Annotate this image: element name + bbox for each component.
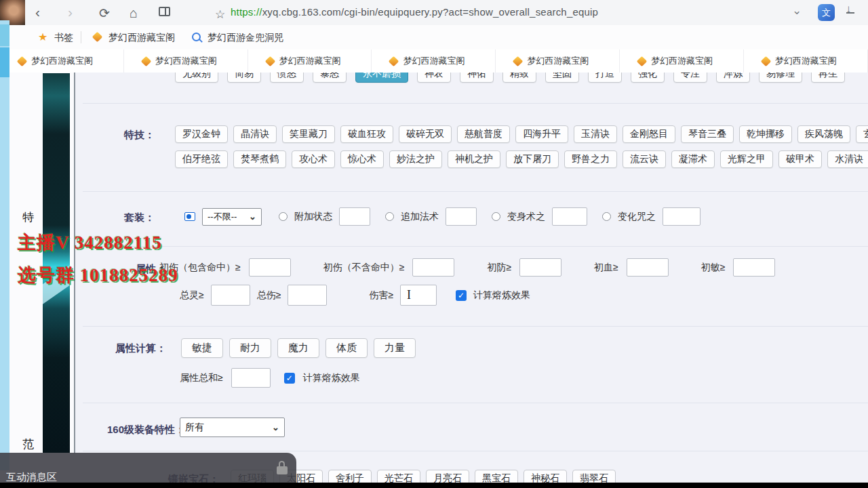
skill-button[interactable]: 焚琴煮鹤	[233, 150, 286, 168]
bookmark-cbg[interactable]: 梦幻西游藏宝阁	[108, 32, 175, 44]
effect-button[interactable]: 坚固	[545, 73, 579, 83]
tab-favicon	[17, 56, 28, 66]
feat160-select[interactable]: 所有⌄	[180, 418, 285, 437]
suit-state-input[interactable]	[339, 207, 370, 226]
url-scheme: https://	[231, 6, 262, 18]
skill-button[interactable]: 流云诀	[623, 150, 666, 168]
effect-button[interactable]: 易修理	[759, 73, 802, 83]
skill-button[interactable]: 放下屠刀	[506, 150, 559, 168]
attr-g2-input[interactable]	[288, 285, 327, 306]
attr-f1-input[interactable]	[249, 258, 291, 277]
calc-sum-input[interactable]	[231, 368, 271, 388]
gem-button[interactable]: 神秘石	[524, 470, 567, 483]
skill-button[interactable]: 野兽之力	[564, 150, 617, 168]
address-bar[interactable]: https://xyq.cbg.163.com/cgi-bin/equipque…	[231, 6, 598, 18]
tab-cbg[interactable]: 梦幻西游藏宝阁	[248, 49, 372, 73]
calc-button[interactable]: 耐力	[229, 338, 271, 358]
download-icon[interactable]: ↓	[846, 3, 852, 16]
effect-button[interactable]: 再生	[811, 73, 845, 83]
skill-button[interactable]: 妙法之护	[389, 150, 442, 168]
skill-button[interactable]: 罗汉金钟	[175, 125, 228, 143]
suit-spell-input[interactable]	[446, 207, 477, 226]
forward-icon[interactable]: ›	[68, 1, 73, 23]
skill-button[interactable]: 破甲术	[778, 150, 822, 168]
bookmarks-label[interactable]: 书签	[54, 32, 73, 44]
suit-radio-transform[interactable]	[492, 212, 500, 221]
bookmark-search[interactable]: 梦幻西游金兜洞兕	[208, 32, 283, 44]
attr-g3-input[interactable]: I	[400, 285, 437, 306]
skill-button[interactable]: 晶清诀	[233, 125, 277, 143]
tab-cbg[interactable]: 梦幻西游藏宝阁	[620, 49, 744, 73]
tab-cbg[interactable]: 梦幻西游藏宝阁	[372, 49, 496, 73]
suit-curse-input[interactable]	[663, 207, 701, 226]
skill-button[interactable]: 慈航普度	[457, 125, 510, 143]
reload-icon[interactable]: ⟳	[99, 3, 110, 24]
calc-button-row: 敏捷耐力魔力体质力量	[181, 338, 416, 358]
attr-f3-input[interactable]	[519, 258, 561, 277]
effect-button[interactable]: 永不磨损	[355, 73, 408, 83]
tab-cbg[interactable]: 梦幻西游藏宝阁	[124, 49, 248, 73]
skill-button[interactable]: 玄鸟之翼	[856, 125, 868, 143]
back-icon[interactable]: ‹	[35, 1, 40, 23]
tab-cbg[interactable]: 梦幻西游藏宝阁	[0, 49, 124, 73]
skill-button[interactable]: 神机之护	[448, 150, 500, 168]
effect-button[interactable]: 简易	[227, 73, 261, 83]
attr-g1-input[interactable]	[211, 285, 250, 306]
attr-f4-input[interactable]	[627, 258, 669, 277]
gem-button[interactable]: 舍利子	[328, 470, 372, 483]
address-dropdown-icon[interactable]: ⌄	[792, 3, 802, 18]
bookmark-star-icon[interactable]: ☆	[215, 4, 225, 26]
effect-button[interactable]: 精致	[502, 73, 536, 83]
calc-button[interactable]: 魔力	[277, 338, 319, 358]
suit-transform-input[interactable]	[552, 207, 587, 226]
effect-button[interactable]: 打造	[588, 73, 622, 83]
gem-button[interactable]: 光芒石	[377, 470, 420, 483]
calc-button[interactable]: 体质	[326, 338, 368, 358]
effect-button[interactable]: 淬炼	[716, 73, 750, 83]
effect-button[interactable]: 暴怒	[313, 73, 347, 83]
chevron-down-icon: ⌄	[249, 211, 256, 222]
skill-button[interactable]: 乾坤挪移	[739, 125, 792, 143]
calc-button[interactable]: 敏捷	[181, 338, 223, 358]
effect-button[interactable]: 愤怒	[270, 73, 304, 83]
skill-button[interactable]: 金刚怒目	[623, 125, 675, 143]
reading-list-icon[interactable]	[159, 7, 170, 16]
attr-f2-input[interactable]	[412, 258, 454, 277]
skill-button[interactable]: 四海升平	[515, 125, 568, 143]
section-divider	[83, 451, 868, 451]
gem-button[interactable]: 翡翠石	[572, 470, 616, 483]
tab-cbg[interactable]: 梦幻西游藏宝阁	[744, 49, 868, 73]
effect-button[interactable]: 神佑	[460, 73, 494, 83]
suit-select[interactable]: --不限--⌄	[202, 208, 262, 226]
skill-button[interactable]: 水清诀	[827, 150, 868, 168]
skill-button[interactable]: 破血狂攻	[340, 125, 393, 143]
skill-button[interactable]: 笑里藏刀	[282, 125, 335, 143]
tab-strip: 梦幻西游藏宝阁 梦幻西游藏宝阁 梦幻西游藏宝阁 梦幻西游藏宝阁 梦幻西游藏宝阁 …	[0, 49, 868, 73]
effect-button[interactable]: 无级别	[175, 73, 218, 83]
suit-radio-spell[interactable]	[385, 212, 394, 221]
skill-button[interactable]: 琴音三叠	[681, 125, 734, 143]
skill-button[interactable]: 伯牙绝弦	[175, 150, 228, 168]
skill-button[interactable]: 攻心术	[292, 150, 335, 168]
smelt-checkbox[interactable]: ✓	[456, 290, 467, 301]
suit-radio-state[interactable]	[279, 212, 288, 221]
calc-smelt-checkbox[interactable]: ✓	[284, 373, 295, 384]
gem-button[interactable]: 月亮石	[426, 470, 469, 483]
skill-button[interactable]: 疾风荡魄	[797, 125, 850, 143]
home-icon[interactable]: ⌂	[130, 2, 138, 24]
effect-button[interactable]: 强化	[631, 73, 665, 83]
gem-button[interactable]: 黑宝石	[475, 470, 518, 483]
calc-button[interactable]: 力量	[374, 338, 416, 358]
effect-button[interactable]: 专注	[673, 73, 707, 83]
tab-cbg[interactable]: 梦幻西游藏宝阁	[496, 49, 620, 73]
translate-icon[interactable]: 文	[818, 4, 835, 21]
skill-button[interactable]: 光辉之甲	[720, 150, 773, 168]
skill-button[interactable]: 破碎无双	[399, 125, 452, 143]
effect-button[interactable]: 神农	[417, 73, 451, 83]
attr-f5-input[interactable]	[733, 258, 775, 277]
skill-button[interactable]: 凝滞术	[671, 150, 715, 168]
suit-radio-curse[interactable]	[602, 212, 611, 221]
suit-radio-any[interactable]	[184, 212, 195, 221]
skill-button[interactable]: 玉清诀	[574, 125, 617, 143]
skill-button[interactable]: 惊心术	[340, 150, 384, 168]
